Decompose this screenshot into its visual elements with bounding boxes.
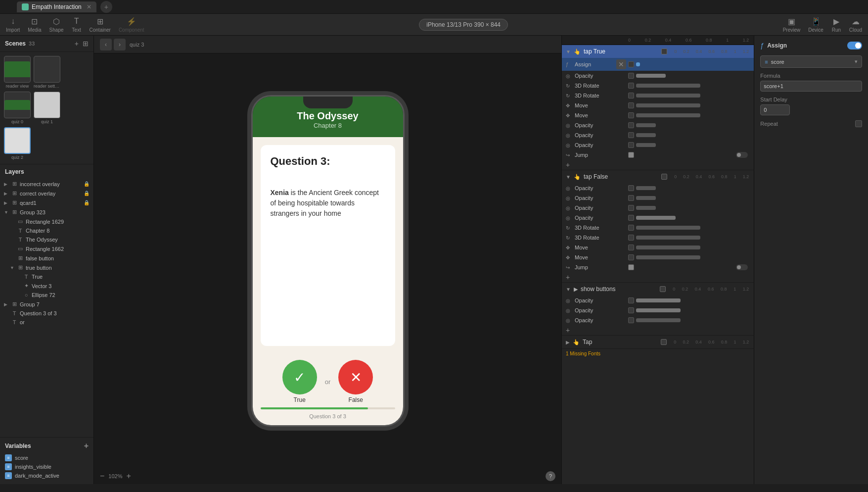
add-action-btn-false[interactable]: + bbox=[562, 272, 754, 282]
add-variable-btn[interactable]: + bbox=[84, 442, 89, 450]
run-btn[interactable]: ▶ Run bbox=[831, 16, 841, 33]
scene-thumb-reader-view[interactable]: reader view bbox=[4, 56, 31, 89]
row-checkbox[interactable] bbox=[628, 185, 634, 191]
tap-false-checkbox[interactable] bbox=[661, 174, 667, 180]
layer-incorrect-overlay[interactable]: ▶ ⊞ incorrect overlay 🔒 bbox=[0, 179, 93, 189]
true-button[interactable]: ✓ bbox=[282, 360, 317, 394]
tap-false-header[interactable]: ▼ 👆 tap False 0 0.2 0.4 0.6 0.8 1 1.2 bbox=[562, 170, 754, 183]
opacity-show-2[interactable]: ◎ Opacity bbox=[562, 305, 754, 315]
row-checkbox[interactable] bbox=[628, 152, 634, 158]
canvas-forward-btn[interactable]: › bbox=[114, 39, 126, 50]
layer-rect1629[interactable]: ▭ Rectangle 1629 bbox=[0, 217, 93, 226]
device-selector[interactable]: iPhone 13/13 Pro 390 × 844 bbox=[419, 19, 508, 31]
add-action-btn-show[interactable]: + bbox=[562, 325, 754, 335]
tab-close-icon[interactable]: ✕ bbox=[87, 3, 91, 10]
opacity-show-3[interactable]: ◎ Opacity bbox=[562, 315, 754, 325]
false-button[interactable]: ✕ bbox=[338, 360, 373, 394]
row-checkbox[interactable] bbox=[628, 93, 634, 98]
layer-group7[interactable]: ▶ ⊞ Group 7 bbox=[0, 299, 93, 309]
row-checkbox[interactable] bbox=[628, 297, 634, 303]
row-checkbox[interactable] bbox=[628, 317, 634, 323]
tool-import[interactable]: ↓ Import bbox=[6, 16, 20, 33]
jump-false-1[interactable]: ↪ Jump bbox=[562, 262, 754, 272]
opacity-row-1[interactable]: ◎ Opacity bbox=[562, 71, 754, 81]
row-checkbox[interactable] bbox=[628, 195, 634, 201]
variable-score[interactable]: ≡ score bbox=[5, 453, 89, 462]
opacity-row-3[interactable]: ◎ Opacity bbox=[562, 130, 754, 140]
tap-true-checkbox[interactable] bbox=[661, 49, 667, 54]
prop-toggle[interactable] bbox=[847, 42, 862, 49]
layer-chapter8[interactable]: T Chapter 8 bbox=[0, 226, 93, 235]
show-buttons-header[interactable]: ▼ ▶ show buttons 0 0.2 0.4 0.6 0.8 1 1.2 bbox=[562, 283, 754, 295]
rotate-row-2[interactable]: ↻ 3D Rotate bbox=[562, 91, 754, 100]
row-delete-btn[interactable]: ✕ bbox=[616, 59, 626, 69]
opacity-false-1[interactable]: ◎ Opacity bbox=[562, 183, 754, 193]
tool-media[interactable]: ⊡ Media bbox=[28, 16, 41, 33]
formula-input[interactable] bbox=[760, 81, 862, 92]
row-checkbox[interactable] bbox=[628, 215, 634, 221]
scene-thumb-quiz2[interactable]: quiz 2 bbox=[4, 127, 31, 160]
move-false-2[interactable]: ✥ Move bbox=[562, 252, 754, 262]
show-buttons-checkbox[interactable] bbox=[660, 286, 666, 292]
tap-true-header[interactable]: ▼ 👆 tap True 0 0.2 0.4 0.6 0.8 1 1.2 bbox=[562, 45, 754, 58]
row-checkbox[interactable] bbox=[628, 102, 634, 108]
row-checkbox[interactable] bbox=[628, 142, 634, 148]
assign-row[interactable]: ƒ Assign ✕ bbox=[562, 58, 754, 71]
row-checkbox[interactable] bbox=[628, 132, 634, 138]
row-checkbox[interactable] bbox=[628, 264, 634, 270]
rotate-row-1[interactable]: ↻ 3D Rotate bbox=[562, 81, 754, 91]
add-scene-btn[interactable]: + bbox=[75, 40, 79, 48]
zoom-in-btn[interactable]: + bbox=[126, 472, 131, 481]
zoom-out-btn[interactable]: − bbox=[100, 472, 104, 481]
variable-insights[interactable]: ≡ insights_visible bbox=[5, 462, 89, 471]
new-tab-btn[interactable]: + bbox=[100, 1, 112, 13]
start-delay-input[interactable] bbox=[760, 104, 790, 115]
repeat-checkbox[interactable] bbox=[855, 120, 862, 127]
layer-true-button[interactable]: ▼ ⊞ true button bbox=[0, 263, 93, 272]
layer-or[interactable]: T or bbox=[0, 318, 93, 327]
row-checkbox[interactable] bbox=[628, 245, 634, 250]
layer-rect1662[interactable]: ▭ Rectangle 1662 bbox=[0, 244, 93, 253]
scene-thumb-quiz0[interactable]: quiz 0 bbox=[4, 92, 31, 124]
rotate-false-1[interactable]: ↻ 3D Rotate bbox=[562, 223, 754, 233]
preview-btn[interactable]: ▣ Preview bbox=[783, 16, 801, 33]
device-btn[interactable]: 📱 Device bbox=[808, 16, 823, 33]
tool-shape[interactable]: ⬡ Shape bbox=[49, 16, 64, 33]
variable-darkmode[interactable]: ≡ dark_mode_active bbox=[5, 471, 89, 480]
scenes-grid-btn[interactable]: ⊞ bbox=[83, 40, 89, 48]
row-checkbox[interactable] bbox=[628, 307, 634, 313]
canvas-back-btn[interactable]: ‹ bbox=[100, 39, 112, 50]
tap-checkbox[interactable] bbox=[661, 339, 667, 345]
help-btn[interactable]: ? bbox=[546, 471, 555, 481]
row-checkbox[interactable] bbox=[628, 235, 634, 241]
scene-thumb-reader-settings[interactable]: reader sett ings bbox=[34, 56, 60, 89]
jump-toggle[interactable] bbox=[736, 264, 748, 270]
row-checkbox[interactable] bbox=[628, 73, 634, 79]
layer-vector3[interactable]: ✦ Vector 3 bbox=[0, 281, 93, 291]
scene-thumb-quiz1[interactable]: quiz 1 bbox=[34, 92, 60, 124]
layer-false-button[interactable]: ⊞ false button bbox=[0, 253, 93, 263]
opacity-false-2[interactable]: ◎ Opacity bbox=[562, 193, 754, 203]
row-checkbox[interactable] bbox=[628, 205, 634, 211]
layer-true-text[interactable]: T True bbox=[0, 272, 93, 281]
opacity-show-1[interactable]: ◎ Opacity bbox=[562, 295, 754, 305]
row-checkbox[interactable] bbox=[628, 225, 634, 231]
move-row-2[interactable]: ✥ Move bbox=[562, 110, 754, 120]
row-checkbox[interactable] bbox=[628, 112, 634, 118]
opacity-false-4[interactable]: ◎ Opacity bbox=[562, 213, 754, 223]
layer-group323[interactable]: ▼ ⊞ Group 323 bbox=[0, 207, 93, 217]
add-action-btn-true[interactable]: + bbox=[562, 160, 754, 170]
jump-row-1[interactable]: ↪ Jump bbox=[562, 150, 754, 160]
layer-q3of3[interactable]: T Question 3 of 3 bbox=[0, 309, 93, 318]
move-false-1[interactable]: ✥ Move bbox=[562, 243, 754, 252]
move-row-1[interactable]: ✥ Move bbox=[562, 100, 754, 110]
tool-container[interactable]: ⊞ Container bbox=[90, 16, 111, 33]
row-checkbox[interactable] bbox=[628, 83, 634, 89]
tool-text[interactable]: T Text bbox=[72, 16, 82, 33]
jump-toggle[interactable] bbox=[736, 152, 748, 158]
row-checkbox[interactable] bbox=[628, 61, 634, 67]
opacity-row-4[interactable]: ◎ Opacity bbox=[562, 140, 754, 150]
layer-correct-overlay[interactable]: ▶ ⊞ correct overlay 🔒 bbox=[0, 189, 93, 198]
tool-component[interactable]: ⚡ Component bbox=[119, 16, 144, 33]
rotate-false-2[interactable]: ↻ 3D Rotate bbox=[562, 233, 754, 243]
